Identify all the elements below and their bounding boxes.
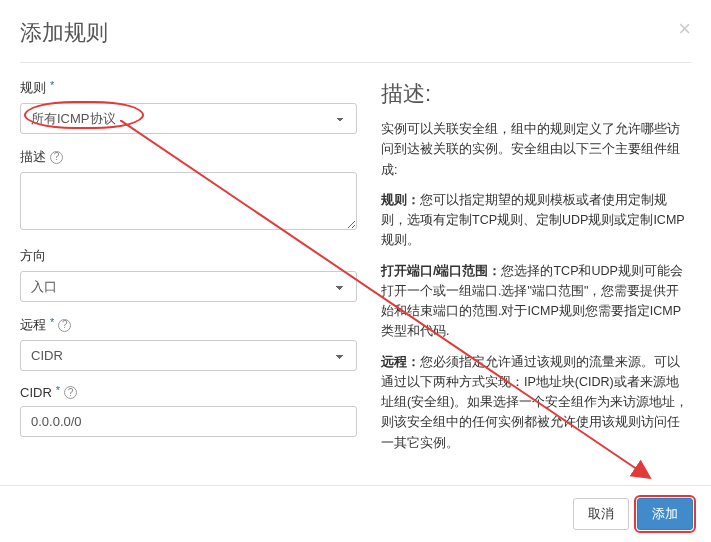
remote-select[interactable]: CIDR xyxy=(20,340,357,371)
description-panel: 描述: 实例可以关联安全组，组中的规则定义了允许哪些访问到达被关联的实例。安全组… xyxy=(381,79,691,463)
description-intro: 实例可以关联安全组，组中的规则定义了允许哪些访问到达被关联的实例。安全组由以下三… xyxy=(381,119,691,180)
required-marker: * xyxy=(50,79,54,91)
modal-footer: 取消 添加 xyxy=(0,485,711,542)
direction-select[interactable]: 入口 xyxy=(20,271,357,302)
description-title: 描述: xyxy=(381,79,691,109)
remote-label: 远程 xyxy=(20,316,46,334)
description-section: 打开端口/端口范围：您选择的TCP和UDP规则可能会打开一个或一组端口.选择"端… xyxy=(381,261,691,342)
description-section: 远程：您必须指定允许通过该规则的流量来源。可以通过以下两种方式实现：IP地址块(… xyxy=(381,352,691,453)
rule-label: 规则 xyxy=(20,79,46,97)
modal-title: 添加规则 xyxy=(20,18,108,48)
help-icon[interactable]: ? xyxy=(64,386,77,399)
close-icon[interactable]: × xyxy=(678,18,691,40)
cidr-label: CIDR xyxy=(20,385,52,400)
rule-select[interactable]: 所有ICMP协议 xyxy=(20,103,357,134)
required-marker: * xyxy=(56,384,60,396)
required-marker: * xyxy=(50,316,54,328)
submit-button[interactable]: 添加 xyxy=(637,498,693,530)
form-column: 规则 * 所有ICMP协议 描述 ? 方向 xyxy=(20,79,357,463)
cidr-input[interactable] xyxy=(20,406,357,437)
help-icon[interactable]: ? xyxy=(50,151,63,164)
description-section: 规则：您可以指定期望的规则模板或者使用定制规则，选项有定制TCP规则、定制UDP… xyxy=(381,190,691,251)
description-textarea[interactable] xyxy=(20,172,357,230)
direction-label: 方向 xyxy=(20,247,46,265)
cancel-button[interactable]: 取消 xyxy=(573,498,629,530)
description-label: 描述 xyxy=(20,148,46,166)
help-icon[interactable]: ? xyxy=(58,319,71,332)
